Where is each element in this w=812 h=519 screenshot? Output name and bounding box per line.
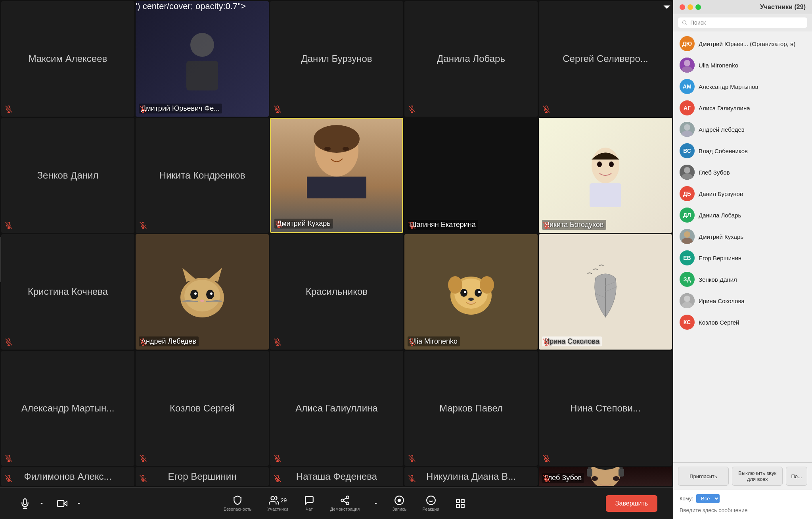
- video-cell-20[interactable]: Нина Степови...: [539, 351, 672, 466]
- chat-button[interactable]: Чат: [300, 492, 318, 515]
- video-cell-17[interactable]: Козлов Сергей: [136, 351, 269, 466]
- participants-caret[interactable]: [660, 0, 674, 14]
- svg-point-25: [324, 147, 331, 151]
- avatar: ДБ: [680, 186, 695, 201]
- video-cell-1[interactable]: Максим Алексеев: [1, 1, 134, 117]
- video-cell-4[interactable]: Данила Лобарь: [404, 1, 538, 117]
- search-input[interactable]: [690, 19, 803, 26]
- svg-marker-46: [182, 268, 196, 282]
- video-cell-16[interactable]: Александр Мартын...: [1, 351, 134, 466]
- svg-point-127: [427, 496, 435, 505]
- video-cell-22[interactable]: Егор Вершинин: [136, 467, 269, 486]
- video-cell-2[interactable]: ') center/cover; opacity:0.7"> Дмитрий Ю…: [136, 1, 269, 117]
- avatar: [680, 229, 695, 244]
- list-item[interactable]: ВС Влад Собенников: [673, 140, 812, 161]
- list-item[interactable]: АМ Александр Мартынов: [673, 76, 812, 97]
- list-item[interactable]: КС Козлов Сергей: [673, 311, 812, 333]
- search-input-wrap: [678, 17, 807, 28]
- svg-rect-130: [456, 500, 460, 503]
- video-cell-8[interactable]: Дмитрий Кухарь: [270, 118, 403, 233]
- svg-point-65: [448, 276, 462, 294]
- svg-point-119: [271, 496, 274, 500]
- more-options-button[interactable]: По...: [786, 467, 807, 486]
- window-close-button[interactable]: [680, 4, 685, 10]
- participants-button[interactable]: 29 Участники: [263, 492, 292, 515]
- cell-12-name: Андрей Лебедев: [139, 336, 199, 346]
- mute-all-button[interactable]: Выключить звук для всех: [732, 467, 783, 486]
- svg-rect-27: [307, 177, 366, 198]
- avatar-initials: ДЛ: [683, 212, 691, 218]
- svg-point-52: [200, 300, 204, 302]
- list-item[interactable]: ДЮ Дмитрий Юрьев... (Организатор, я): [673, 33, 812, 54]
- window-controls: [680, 4, 701, 10]
- video-cell-24[interactable]: Никулина Диана В...: [404, 467, 538, 486]
- video-cell-18[interactable]: Алиса Галиуллина: [270, 351, 403, 466]
- video-cell-21[interactable]: Филимонов Алекс...: [1, 467, 134, 486]
- cell-16-name: Александр Мартын...: [17, 399, 119, 418]
- avatar-initials: ЗД: [684, 276, 691, 283]
- video-cell-13[interactable]: Красильников: [270, 234, 403, 350]
- list-item[interactable]: Ирина Соколова: [673, 290, 812, 311]
- video-cell-3[interactable]: Данил Бурзунов: [270, 1, 403, 117]
- list-item[interactable]: ДБ Данил Бурзунов: [673, 183, 812, 204]
- video-cell-15[interactable]: Ирина Соколова: [539, 234, 672, 350]
- security-button[interactable]: Безопасность: [220, 492, 255, 515]
- chat-to-row: Кому: Все: [680, 494, 806, 503]
- chat-label: Чат: [306, 507, 313, 511]
- more-button[interactable]: [451, 495, 469, 512]
- video-cell-6[interactable]: Зенков Данил: [1, 118, 134, 233]
- reactions-button[interactable]: Реакции: [418, 492, 443, 515]
- list-item[interactable]: Глеб Зубов: [673, 161, 812, 183]
- video-cell-25[interactable]: Глеб Зубов: [539, 467, 672, 486]
- cell-1-name: Максим Алексеев: [25, 49, 111, 68]
- video-cell-11[interactable]: Кристина Кочнева: [1, 234, 134, 350]
- list-item[interactable]: ДЛ Данила Лобарь: [673, 204, 812, 226]
- mic-caret-button[interactable]: [37, 499, 46, 508]
- window-minimize-button[interactable]: [688, 4, 693, 10]
- svg-point-134: [683, 21, 686, 24]
- video-cell-14[interactable]: Ulia Mironenko: [404, 234, 538, 350]
- chat-input[interactable]: [680, 506, 806, 515]
- list-item[interactable]: Ulia Mironenko: [673, 54, 812, 76]
- mic-button[interactable]: [16, 495, 34, 512]
- avatar: АМ: [680, 79, 695, 94]
- participant-name-text: Ulia Mironenko: [699, 62, 806, 69]
- panel-header: Участники (29): [673, 0, 812, 14]
- list-item[interactable]: ЕВ Егор Вершинин: [673, 247, 812, 269]
- share-button[interactable]: Демонстрация: [326, 492, 364, 515]
- video-cell-12[interactable]: Андрей Лебедев: [136, 234, 269, 350]
- cell-4-name: Данила Лобарь: [433, 49, 509, 68]
- video-caret-button[interactable]: [75, 499, 83, 508]
- cell-19-name: Марков Павел: [435, 399, 507, 418]
- svg-line-135: [686, 24, 686, 25]
- cell-13-name: Красильников: [302, 282, 372, 301]
- video-cell-23[interactable]: Наташа Феденева: [270, 467, 403, 486]
- list-item[interactable]: ЗД Зенков Данил: [673, 269, 812, 290]
- panel-footer: Пригласить Выключить звук для всех По...: [673, 462, 812, 490]
- cell-20-name: Нина Степови...: [566, 399, 645, 418]
- cell-22-mic-icon: [140, 474, 147, 482]
- share-caret[interactable]: [372, 499, 380, 508]
- video-cell-10[interactable]: Никита Богодухов: [539, 118, 672, 233]
- chat-area: Кому: Все: [673, 490, 812, 519]
- list-item[interactable]: АГ Алиса Галиуллина: [673, 97, 812, 119]
- share-label: Демонстрация: [330, 507, 360, 511]
- end-meeting-button[interactable]: Завершить: [606, 495, 657, 512]
- video-cell-19[interactable]: Марков Павел: [404, 351, 538, 466]
- cell-25-mic-icon: [543, 474, 551, 482]
- svg-point-68: [475, 289, 482, 297]
- cell-16-mic-icon: [5, 454, 13, 462]
- record-button[interactable]: Запись: [388, 492, 410, 515]
- avatar-initials: ЕВ: [683, 255, 691, 261]
- video-button[interactable]: [53, 495, 71, 512]
- video-cell-9[interactable]: Шагинян Екатерина: [404, 118, 538, 233]
- svg-point-146: [684, 231, 690, 238]
- video-cell-7[interactable]: Никита Кондренков: [136, 118, 269, 233]
- invite-button[interactable]: Пригласить: [678, 467, 729, 486]
- svg-point-49: [206, 290, 214, 299]
- list-item[interactable]: Дмитрий Кухарь: [673, 226, 812, 247]
- video-cell-5[interactable]: Сергей Селиверо...: [539, 1, 672, 117]
- window-maximize-button[interactable]: [695, 4, 701, 10]
- chat-to-select[interactable]: Все: [696, 494, 720, 503]
- list-item[interactable]: Андрей Лебедев: [673, 119, 812, 140]
